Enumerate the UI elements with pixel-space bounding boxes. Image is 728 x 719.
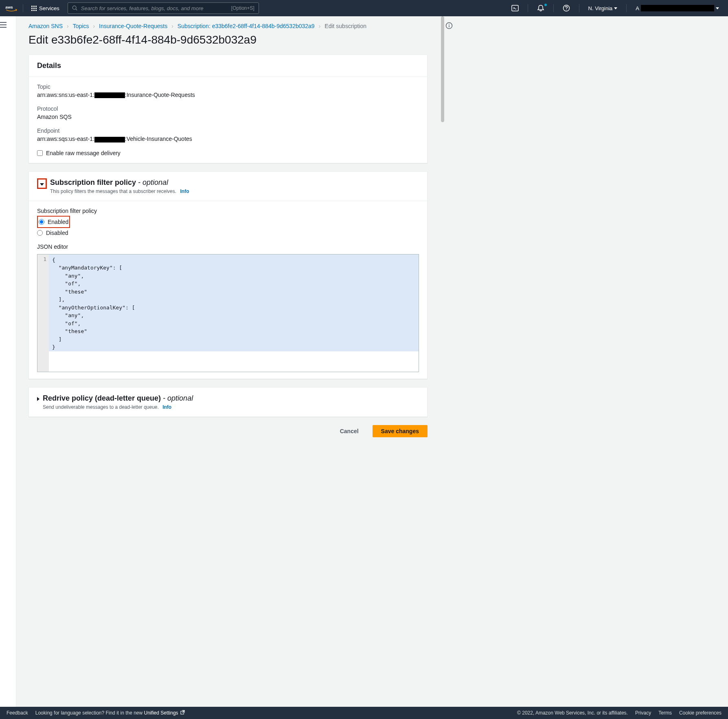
endpoint-label: Endpoint <box>37 127 419 134</box>
redrive-info-link[interactable]: Info <box>162 404 171 410</box>
account-prefix: A <box>636 5 639 11</box>
endpoint-value: arn:aws:sqs:us-east-1::Vehicle-Insurance… <box>37 136 419 142</box>
region-selector[interactable]: N. Virginia <box>584 5 622 11</box>
svg-point-11 <box>449 24 450 25</box>
editor-code[interactable]: { "anyMandatoryKey": [ "any", "of", "the… <box>49 254 419 372</box>
services-menu[interactable]: Services <box>28 5 63 11</box>
info-panel-toggle[interactable] <box>445 16 462 707</box>
highlight-annotation: Enabled <box>37 216 70 228</box>
nav-divider <box>553 4 554 12</box>
details-panel: Details Topic arn:aws:sns:us-east-1::Ins… <box>29 55 428 163</box>
notification-dot <box>544 4 547 6</box>
footer: Feedback Looking for language selection?… <box>0 707 728 719</box>
nav-divider <box>23 4 23 12</box>
save-button[interactable]: Save changes <box>373 425 428 437</box>
grid-icon <box>31 6 37 11</box>
filter-enabled-radio[interactable] <box>39 219 44 225</box>
filter-policy-header: Subscription filter policy - optional Th… <box>29 172 427 201</box>
top-nav: aws Services [Option+S] N. Virginia A <box>0 0 728 16</box>
filter-policy-desc: This policy filters the messages that a … <box>50 189 189 194</box>
filter-policy-title: Subscription filter policy - optional <box>50 178 168 186</box>
raw-delivery-row: Enable raw message delivery <box>37 150 419 156</box>
topic-label: Topic <box>37 83 419 90</box>
svg-point-6 <box>566 9 567 10</box>
protocol-field: Protocol Amazon SQS <box>37 105 419 120</box>
nav-divider <box>528 4 528 12</box>
filter-enabled-label: Enabled <box>48 219 68 225</box>
cancel-button[interactable]: Cancel <box>332 425 367 437</box>
svg-line-2 <box>76 9 77 10</box>
filter-info-link[interactable]: Info <box>180 189 189 194</box>
expand-toggle[interactable] <box>37 396 39 402</box>
filter-policy-panel: Subscription filter policy - optional Th… <box>29 171 428 379</box>
feedback-link[interactable]: Feedback <box>7 710 28 716</box>
side-panel-toggle[interactable] <box>0 16 16 707</box>
caret-right-icon <box>37 397 39 401</box>
scrollbar-thumb[interactable] <box>441 16 444 122</box>
search-bar[interactable]: [Option+S] <box>68 2 259 14</box>
breadcrumb: Amazon SNS › Topics › Insurance-Quote-Re… <box>29 23 428 29</box>
help-icon[interactable] <box>559 4 574 12</box>
form-actions: Cancel Save changes <box>29 425 428 437</box>
cloudshell-icon[interactable] <box>507 4 523 12</box>
privacy-link[interactable]: Privacy <box>635 710 651 716</box>
terms-link[interactable]: Terms <box>658 710 672 716</box>
breadcrumb-topic-name[interactable]: Insurance-Quote-Requests <box>99 23 167 29</box>
copyright: © 2022, Amazon Web Services, Inc. or its… <box>517 710 628 716</box>
info-icon <box>445 22 453 29</box>
cookie-link[interactable]: Cookie preferences <box>679 710 721 716</box>
filter-disabled-radio[interactable] <box>37 230 43 236</box>
editor-gutter: 1 <box>37 254 49 372</box>
redrive-title: Redrive policy (dead-letter queue) - opt… <box>43 394 193 402</box>
caret-down-icon <box>40 183 44 186</box>
topic-field: Topic arn:aws:sns:us-east-1::Insurance-Q… <box>37 83 419 98</box>
breadcrumb-current: Edit subscription <box>325 23 366 29</box>
notifications-icon[interactable] <box>533 4 548 12</box>
optional-tag: - optional <box>163 394 193 402</box>
search-icon <box>72 5 78 11</box>
highlight-annotation <box>37 178 47 189</box>
aws-logo[interactable]: aws <box>5 4 18 12</box>
hamburger-icon <box>0 22 7 28</box>
svg-point-1 <box>72 6 76 9</box>
breadcrumb-topics[interactable]: Topics <box>73 23 89 29</box>
redrive-header: Redrive policy (dead-letter queue) - opt… <box>29 388 427 416</box>
unified-settings-link[interactable]: Unified Settings <box>144 710 185 716</box>
search-shortcut: [Option+S] <box>231 5 254 11</box>
redacted-account-id <box>94 92 125 98</box>
svg-text:aws: aws <box>5 5 13 9</box>
layout: Amazon SNS › Topics › Insurance-Quote-Re… <box>0 16 728 707</box>
protocol-label: Protocol <box>37 105 419 112</box>
json-editor[interactable]: 1 { "anyMandatoryKey": [ "any", "of", "t… <box>37 254 419 372</box>
breadcrumb-subscription[interactable]: Subscription: e33b6fe2-68ff-4f14-884b-9d… <box>178 23 315 29</box>
breadcrumb-sep: › <box>171 23 173 29</box>
chevron-down-icon <box>716 7 719 9</box>
breadcrumb-sep: › <box>93 23 95 29</box>
redacted-account <box>641 5 714 11</box>
details-title: Details <box>37 61 419 70</box>
breadcrumb-sns[interactable]: Amazon SNS <box>29 23 63 29</box>
json-editor-label: JSON editor <box>37 243 419 250</box>
redrive-panel: Redrive policy (dead-letter queue) - opt… <box>29 387 428 417</box>
endpoint-field: Endpoint arn:aws:sqs:us-east-1::Vehicle-… <box>37 127 419 142</box>
nav-divider <box>579 4 579 12</box>
main-content: Amazon SNS › Topics › Insurance-Quote-Re… <box>16 16 440 707</box>
details-header: Details <box>29 55 427 77</box>
protocol-value: Amazon SQS <box>37 114 419 120</box>
scrollbar[interactable] <box>440 16 445 707</box>
account-selector[interactable]: A <box>632 5 723 11</box>
services-label: Services <box>39 5 59 11</box>
search-input[interactable] <box>81 5 231 11</box>
nav-divider <box>626 4 627 12</box>
filter-radio-group: Subscription filter policy Enabled Disab… <box>37 208 419 236</box>
filter-policy-label: Subscription filter policy <box>37 208 419 214</box>
raw-delivery-label: Enable raw message delivery <box>46 150 121 156</box>
page-title: Edit e33b6fe2-68ff-4f14-884b-9d6532b032a… <box>29 33 428 46</box>
breadcrumb-sep: › <box>67 23 69 29</box>
topic-value: arn:aws:sns:us-east-1::Insurance-Quote-R… <box>37 92 419 98</box>
collapse-toggle[interactable] <box>40 180 44 187</box>
external-link-icon <box>180 710 185 716</box>
raw-delivery-checkbox[interactable] <box>37 150 43 156</box>
optional-tag: - optional <box>138 178 168 186</box>
filter-disabled-label: Disabled <box>46 230 68 236</box>
